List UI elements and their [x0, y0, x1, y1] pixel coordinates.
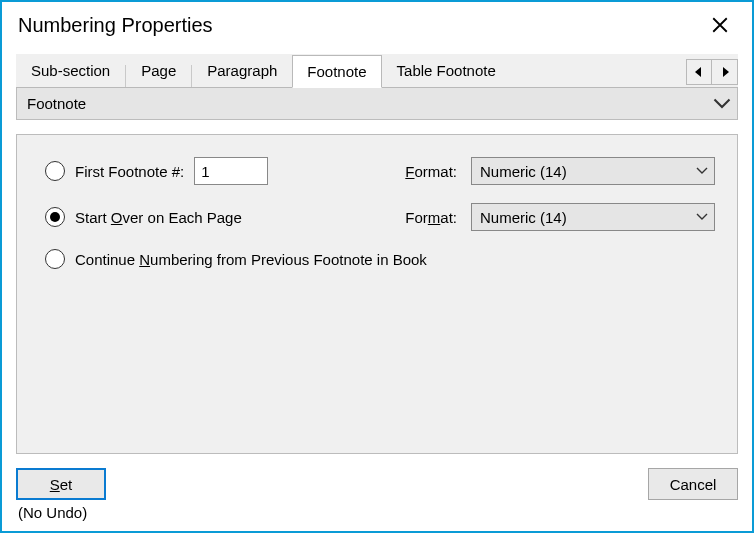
chevron-down-icon: [713, 95, 731, 113]
format-select-1-value: Numeric (14): [480, 163, 696, 180]
triangle-left-icon: [695, 67, 703, 77]
tab-label: Paragraph: [207, 62, 277, 79]
radio-first-footnote-label[interactable]: First Footnote #:: [75, 163, 184, 180]
chevron-down-icon: [696, 213, 708, 221]
close-button[interactable]: [706, 11, 734, 39]
option-first-footnote-row: First Footnote #: Format: Numeric (14): [45, 157, 715, 185]
format-select-1[interactable]: Numeric (14): [471, 157, 715, 185]
format-select-2-value: Numeric (14): [480, 209, 696, 226]
dialog-window: Numbering Properties Sub-section Page Pa…: [0, 0, 754, 533]
close-icon: [711, 16, 729, 34]
set-button[interactable]: Set: [16, 468, 106, 500]
tab-label: Page: [141, 62, 176, 79]
tab-table-footnote[interactable]: Table Footnote: [382, 54, 511, 87]
tab-paragraph[interactable]: Paragraph: [192, 54, 292, 87]
window-title: Numbering Properties: [18, 14, 213, 37]
option-continue-row: Continue Numbering from Previous Footnot…: [45, 249, 715, 269]
tab-label: Footnote: [307, 63, 366, 80]
section-dropdown-value: Footnote: [27, 95, 713, 112]
radio-start-over-label[interactable]: Start Over on Each Page: [75, 209, 242, 226]
tab-sub-section[interactable]: Sub-section: [16, 54, 125, 87]
chevron-down-icon: [696, 167, 708, 175]
tab-label: Table Footnote: [397, 62, 496, 79]
radio-start-over[interactable]: [45, 207, 65, 227]
tab-scroll-group: [686, 59, 738, 87]
tab-page[interactable]: Page: [126, 54, 191, 87]
radio-first-footnote[interactable]: [45, 161, 65, 181]
cancel-button[interactable]: Cancel: [648, 468, 738, 500]
undo-note: (No Undo): [16, 504, 738, 521]
radio-continue[interactable]: [45, 249, 65, 269]
dialog-button-row: Set Cancel: [16, 468, 738, 500]
tab-scroll-left-button[interactable]: [686, 59, 712, 85]
format-select-2[interactable]: Numeric (14): [471, 203, 715, 231]
tab-scroll-right-button[interactable]: [712, 59, 738, 85]
tab-footnote[interactable]: Footnote: [292, 55, 381, 88]
dialog-content: Sub-section Page Paragraph Footnote Tabl…: [2, 48, 752, 531]
options-panel: First Footnote #: Format: Numeric (14) S…: [16, 134, 738, 454]
format-label-2: Format:: [405, 209, 457, 226]
titlebar: Numbering Properties: [2, 2, 752, 48]
triangle-right-icon: [721, 67, 729, 77]
section-dropdown[interactable]: Footnote: [16, 88, 738, 120]
first-footnote-number-input[interactable]: [194, 157, 268, 185]
radio-continue-label[interactable]: Continue Numbering from Previous Footnot…: [75, 251, 427, 268]
tab-bar: Sub-section Page Paragraph Footnote Tabl…: [16, 54, 738, 88]
tab-label: Sub-section: [31, 62, 110, 79]
option-start-over-row: Start Over on Each Page Format: Numeric …: [45, 203, 715, 231]
format-label-1: Format:: [405, 163, 457, 180]
